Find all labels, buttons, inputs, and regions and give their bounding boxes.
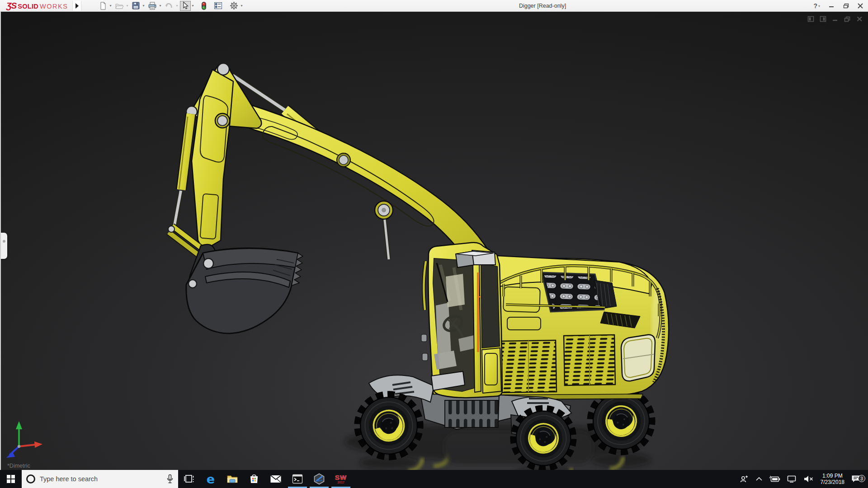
chevron-up-icon bbox=[755, 477, 763, 481]
view-orientation-label: *Dimetric bbox=[7, 463, 30, 469]
windows-taskbar: e SW 2017 bbox=[0, 470, 868, 488]
network-icon bbox=[787, 475, 797, 483]
undo-button[interactable] bbox=[163, 1, 175, 11]
action-center-button[interactable]: 3 bbox=[848, 474, 868, 484]
window-title: Digger [Read-only] bbox=[475, 0, 610, 12]
cab bbox=[421, 243, 502, 398]
flyout-triangle-icon bbox=[75, 3, 79, 9]
file-explorer-icon bbox=[226, 474, 238, 484]
pane-left-button[interactable] bbox=[807, 15, 815, 23]
people-button[interactable] bbox=[736, 470, 752, 488]
network-button[interactable] bbox=[783, 470, 800, 488]
edge-button[interactable]: e bbox=[200, 470, 222, 488]
select-dropdown[interactable]: ▾ bbox=[191, 4, 195, 8]
print-icon bbox=[148, 2, 157, 10]
volume-button[interactable] bbox=[800, 470, 817, 488]
print-button[interactable] bbox=[146, 1, 158, 11]
file-explorer-button[interactable] bbox=[222, 470, 243, 488]
task-view-button[interactable] bbox=[178, 470, 200, 488]
doc-minimize-button[interactable] bbox=[831, 15, 839, 23]
rebuild-button[interactable] bbox=[200, 1, 208, 11]
quick-access-toolbar: ▾ ▾ ▾ ▾ ▾ ▾ bbox=[98, 1, 244, 11]
rear-window bbox=[621, 335, 655, 381]
document-window-controls bbox=[807, 15, 863, 23]
print-dropdown[interactable]: ▾ bbox=[159, 4, 163, 8]
hexagon-app-icon bbox=[313, 473, 325, 485]
model-scene bbox=[1, 12, 868, 470]
close-icon bbox=[858, 3, 863, 9]
mail-icon bbox=[270, 474, 282, 483]
solidworks-logo-glyph: ƷS bbox=[6, 1, 16, 11]
doc-minimize-icon bbox=[832, 16, 838, 22]
flyout-tab-dot-icon bbox=[3, 240, 5, 243]
start-button[interactable] bbox=[0, 470, 22, 488]
doc-close-icon bbox=[857, 16, 863, 22]
close-button[interactable] bbox=[856, 1, 864, 10]
search-input[interactable] bbox=[40, 475, 162, 483]
undo-arrow-icon bbox=[165, 2, 174, 10]
minimize-button[interactable] bbox=[827, 1, 835, 10]
file-properties-button[interactable] bbox=[212, 1, 224, 11]
orientation-triad bbox=[1, 409, 55, 459]
edge-icon: e bbox=[207, 473, 215, 485]
new-document-icon bbox=[99, 2, 107, 10]
solidworks-2017-icon: SW 2017 bbox=[335, 474, 347, 484]
traffic-light-icon bbox=[201, 1, 207, 10]
doc-restore-button[interactable] bbox=[843, 15, 851, 23]
open-button[interactable] bbox=[113, 1, 125, 11]
notification-badge: 3 bbox=[858, 475, 865, 482]
help-dropdown-icon: ▾ bbox=[818, 4, 820, 8]
pane-right-button[interactable] bbox=[819, 15, 827, 23]
select-button[interactable] bbox=[180, 1, 191, 11]
tray-time: 1:09 PM bbox=[821, 473, 844, 479]
task-view-icon bbox=[184, 474, 194, 484]
volume-mute-icon bbox=[803, 475, 814, 483]
undo-dropdown[interactable]: ▾ bbox=[175, 4, 179, 8]
roof-mirror bbox=[456, 250, 495, 267]
store-button[interactable] bbox=[243, 470, 265, 488]
battery-button[interactable] bbox=[766, 470, 783, 488]
command-prompt-button[interactable] bbox=[287, 470, 308, 488]
tray-clock[interactable]: 1:09 PM 7/23/2018 bbox=[817, 473, 848, 485]
system-tray: 1:09 PM 7/23/2018 3 bbox=[736, 470, 868, 488]
tray-overflow-button[interactable] bbox=[752, 470, 766, 488]
store-icon bbox=[249, 474, 259, 484]
hexagon-app-button[interactable] bbox=[308, 470, 330, 488]
select-cursor-icon bbox=[181, 1, 189, 10]
pane-left-icon bbox=[807, 16, 814, 22]
open-dropdown[interactable]: ▾ bbox=[126, 4, 130, 8]
selected-edge-highlight bbox=[477, 272, 479, 352]
new-document-button[interactable] bbox=[98, 1, 108, 11]
microphone-icon[interactable] bbox=[166, 474, 174, 484]
solidworks-2017-button[interactable]: SW 2017 bbox=[330, 470, 352, 488]
screen: ƷS SOLIDWORKS ▾ ▾ ▾ ▾ ▾ ▾ bbox=[0, 0, 868, 488]
restore-button[interactable] bbox=[842, 1, 850, 10]
open-folder-icon bbox=[115, 2, 124, 10]
properties-list-icon bbox=[214, 2, 222, 9]
mail-button[interactable] bbox=[265, 470, 287, 488]
cortana-icon bbox=[26, 474, 35, 483]
windows-logo-icon bbox=[7, 475, 15, 483]
people-icon bbox=[739, 474, 749, 483]
gear-icon bbox=[230, 1, 238, 10]
options-button[interactable] bbox=[228, 1, 240, 11]
battery-icon bbox=[769, 475, 780, 483]
solidworks-logo: ƷS SOLIDWORKS bbox=[0, 1, 68, 11]
feature-panel-flyout-tab[interactable] bbox=[1, 233, 7, 259]
doc-restore-icon bbox=[844, 16, 850, 22]
help-button[interactable]: ?▾ bbox=[812, 1, 821, 11]
save-floppy-icon bbox=[132, 1, 140, 10]
titlebar: ƷS SOLIDWORKS ▾ ▾ ▾ ▾ ▾ ▾ bbox=[0, 0, 868, 12]
doc-close-button[interactable] bbox=[855, 15, 863, 23]
save-dropdown[interactable]: ▾ bbox=[142, 4, 146, 8]
window-controls: ?▾ bbox=[812, 0, 864, 12]
help-icon: ? bbox=[813, 2, 817, 9]
taskbar-search[interactable] bbox=[22, 470, 178, 488]
save-button[interactable] bbox=[130, 1, 142, 11]
options-dropdown[interactable]: ▾ bbox=[240, 4, 244, 8]
new-document-dropdown[interactable]: ▾ bbox=[109, 4, 113, 8]
command-prompt-icon bbox=[292, 474, 303, 484]
minimize-icon bbox=[829, 3, 834, 9]
graphics-area[interactable]: *Dimetric bbox=[0, 12, 868, 470]
toolbar-flyout-arrow[interactable] bbox=[72, 1, 81, 11]
